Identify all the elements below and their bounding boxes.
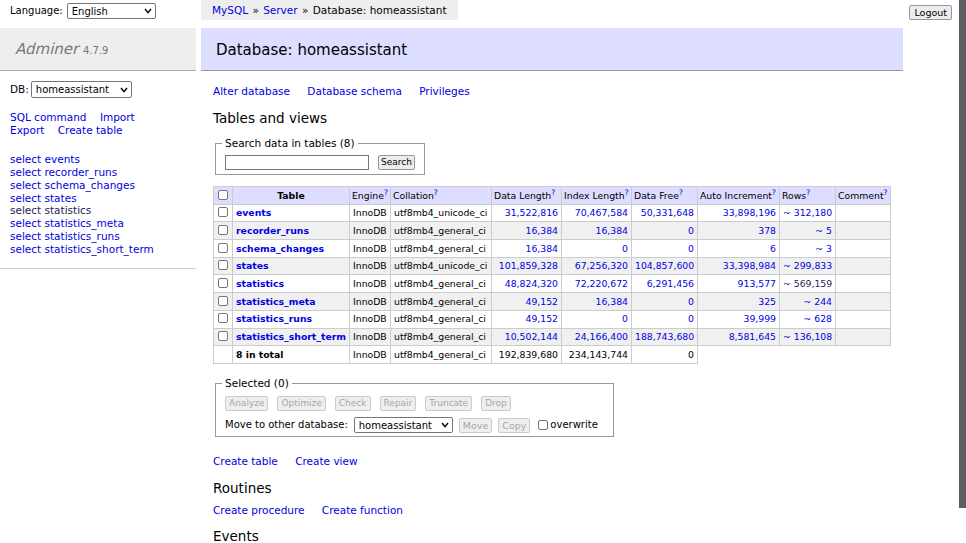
row-checkbox[interactable]: [218, 296, 228, 306]
column-help-link[interactable]: ?: [551, 188, 555, 197]
table-name-link[interactable]: recorder_runs: [236, 225, 309, 236]
table-name-link[interactable]: statistics: [236, 278, 284, 289]
sidebar-table-link[interactable]: select states: [10, 192, 77, 204]
auto-increment-link[interactable]: 325: [758, 296, 776, 307]
sidebar-link-create-table[interactable]: Create table: [58, 124, 123, 136]
sidebar-table-link[interactable]: select statistics_runs: [10, 230, 120, 242]
index-length-link[interactable]: 24,166,400: [575, 331, 628, 342]
sidebar-table-link[interactable]: select statistics_short_term: [10, 243, 154, 255]
rows-link[interactable]: ~ 244: [804, 296, 833, 307]
drop-button[interactable]: Drop: [481, 396, 511, 411]
sidebar-link-sql-command[interactable]: SQL command: [10, 111, 87, 123]
column-help-link[interactable]: ?: [772, 188, 776, 197]
create-procedure-link[interactable]: Create procedure: [213, 504, 305, 516]
db-select[interactable]: homeassistant: [31, 81, 132, 98]
sidebar-link-import[interactable]: Import: [100, 111, 135, 123]
rows-link[interactable]: ~ 628: [804, 313, 833, 324]
create-function-link[interactable]: Create function: [322, 504, 403, 516]
auto-increment-link[interactable]: 39,999: [743, 313, 776, 324]
column-help-link[interactable]: ?: [434, 188, 438, 197]
table-name-link[interactable]: statistics_meta: [236, 296, 315, 307]
index-length-link[interactable]: 16,384: [595, 296, 628, 307]
rows-link[interactable]: ~ 3: [815, 243, 832, 254]
create-view-link[interactable]: Create view: [295, 455, 357, 467]
auto-increment-link[interactable]: 8,581,645: [729, 331, 776, 342]
move-db-select[interactable]: homeassistant: [354, 417, 453, 433]
index-length-link[interactable]: 72,220,672: [575, 278, 628, 289]
table-name-link[interactable]: events: [236, 207, 271, 218]
copy-button[interactable]: Copy: [498, 418, 530, 433]
sidebar-table-link[interactable]: select schema_changes: [10, 179, 135, 191]
move-button[interactable]: Move: [459, 418, 492, 433]
table-name-link[interactable]: schema_changes: [236, 243, 324, 254]
index-length-link[interactable]: 0: [622, 243, 628, 254]
row-checkbox[interactable]: [218, 278, 228, 288]
data-free-link[interactable]: 6,291,456: [647, 278, 694, 289]
logout-button[interactable]: Logout: [909, 5, 952, 20]
data-free-link[interactable]: 0: [688, 225, 694, 236]
optimize-button[interactable]: Optimize: [277, 396, 325, 411]
auto-increment-link[interactable]: 378: [758, 225, 776, 236]
rows-link[interactable]: ~ 569,159: [783, 278, 832, 289]
overwrite-checkbox[interactable]: [538, 420, 548, 430]
table-name-link[interactable]: statistics_runs: [236, 313, 312, 324]
data-length-link[interactable]: 16,384: [525, 243, 558, 254]
row-checkbox[interactable]: [218, 313, 228, 323]
adminer-logo[interactable]: Adminer: [15, 40, 78, 58]
db-link-database-schema[interactable]: Database schema: [307, 85, 401, 97]
language-select[interactable]: English: [67, 3, 156, 19]
data-free-link[interactable]: 0: [688, 313, 694, 324]
search-input[interactable]: [225, 155, 369, 170]
db-link-privileges[interactable]: Privileges: [419, 85, 470, 97]
auto-increment-link[interactable]: 33,898,196: [723, 207, 776, 218]
data-free-link[interactable]: 104,857,600: [635, 260, 694, 271]
breadcrumb-item[interactable]: MySQL: [212, 4, 248, 16]
column-help-link[interactable]: ?: [806, 188, 810, 197]
rows-link[interactable]: ~ 299,833: [783, 260, 832, 271]
data-free-link[interactable]: 0: [688, 296, 694, 307]
data-length-link[interactable]: 31,522,816: [505, 207, 558, 218]
row-checkbox[interactable]: [218, 243, 228, 253]
data-length-link[interactable]: 48,824,320: [505, 278, 558, 289]
data-length-link[interactable]: 10,502,144: [505, 331, 558, 342]
auto-increment-link[interactable]: 6: [770, 243, 776, 254]
table-name-link[interactable]: states: [236, 260, 269, 271]
auto-increment-link[interactable]: 913,577: [738, 278, 776, 289]
data-free-link[interactable]: 0: [688, 243, 694, 254]
column-help-link[interactable]: ?: [625, 188, 629, 197]
index-length-link[interactable]: 67,256,320: [575, 260, 628, 271]
row-checkbox[interactable]: [218, 331, 228, 341]
scrollbar-thumb[interactable]: [959, 0, 966, 508]
repair-button[interactable]: Repair: [380, 396, 417, 411]
rows-link[interactable]: ~ 5: [815, 225, 832, 236]
search-button[interactable]: Search: [378, 155, 415, 170]
data-free-link[interactable]: 188,743,680: [635, 331, 694, 342]
row-checkbox[interactable]: [218, 260, 228, 270]
sidebar-table-link[interactable]: select statistics_meta: [10, 217, 124, 229]
sidebar-table-link[interactable]: select events: [10, 153, 80, 165]
breadcrumb-item[interactable]: Server: [263, 4, 297, 16]
data-length-link[interactable]: 16,384: [525, 225, 558, 236]
data-length-link[interactable]: 101,859,328: [499, 260, 558, 271]
sidebar-link-export[interactable]: Export: [10, 124, 44, 136]
column-help-link[interactable]: ?: [679, 188, 683, 197]
auto-increment-link[interactable]: 33,398,984: [723, 260, 776, 271]
data-length-link[interactable]: 49,152: [525, 313, 558, 324]
check-button[interactable]: Check: [335, 396, 371, 411]
index-length-link[interactable]: 0: [622, 313, 628, 324]
rows-link[interactable]: ~ 136,108: [783, 331, 832, 342]
truncate-button[interactable]: Truncate: [425, 396, 472, 411]
data-free-link[interactable]: 50,331,648: [641, 207, 694, 218]
create-table-link[interactable]: Create table: [213, 455, 278, 467]
row-checkbox[interactable]: [218, 225, 228, 235]
data-length-link[interactable]: 49,152: [525, 296, 558, 307]
row-checkbox[interactable]: [218, 207, 228, 217]
rows-link[interactable]: ~ 312,180: [783, 207, 832, 218]
select-all-checkbox[interactable]: [218, 190, 228, 200]
db-link-alter-database[interactable]: Alter database: [213, 85, 290, 97]
table-name-link[interactable]: statistics_short_term: [236, 331, 346, 342]
column-help-link[interactable]: ?: [884, 188, 888, 197]
analyze-button[interactable]: Analyze: [225, 396, 268, 411]
column-help-link[interactable]: ?: [384, 188, 388, 197]
index-length-link[interactable]: 16,384: [595, 225, 628, 236]
